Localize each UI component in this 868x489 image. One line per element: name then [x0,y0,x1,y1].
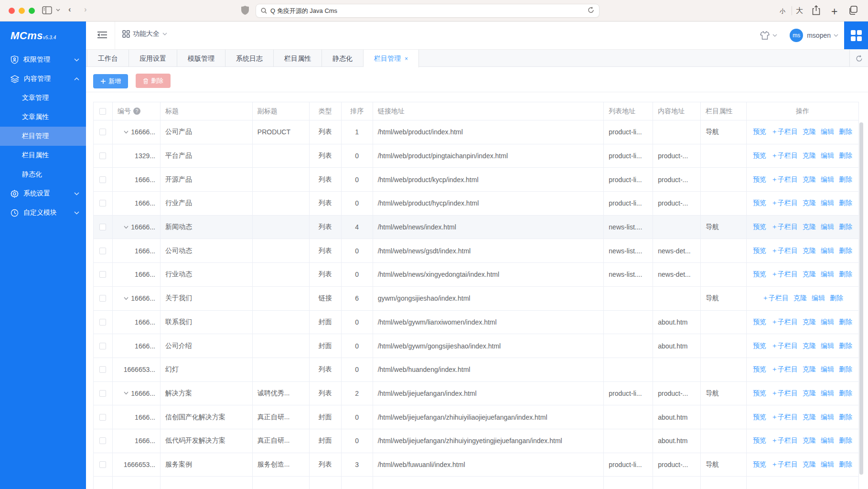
row-checkbox[interactable] [99,437,106,444]
sidebar-toggle-icon[interactable] [42,6,52,14]
tab-系统日志[interactable]: 系统日志 [225,50,274,67]
action-删除[interactable]: 删除 [839,413,852,422]
action-预览[interactable]: 预览 [753,365,766,374]
action-＋子栏目[interactable]: ＋子栏目 [771,128,798,136]
sidebar-item-文章管理[interactable]: 文章管理 [0,88,86,108]
tab-静态化[interactable]: 静态化 [322,50,364,67]
action-删除[interactable]: 删除 [839,199,852,207]
sidebar-group-系统设置[interactable]: 系统设置 [0,184,86,203]
row-checkbox[interactable] [99,224,106,230]
table-scrollbar[interactable] [859,122,863,475]
row-checkbox[interactable] [99,319,106,326]
row-checkbox[interactable] [99,295,106,302]
action-编辑[interactable]: 编辑 [821,389,834,398]
action-编辑[interactable]: 编辑 [821,128,834,136]
action-删除[interactable]: 删除 [839,152,852,160]
user-avatar[interactable]: ms [790,29,803,42]
forward-icon[interactable]: › [84,5,87,14]
action-编辑[interactable]: 编辑 [821,223,834,231]
username[interactable]: msopen [807,32,831,39]
row-checkbox[interactable] [99,176,106,183]
action-编辑[interactable]: 编辑 [821,460,834,469]
theme-icon[interactable] [760,31,770,40]
tab-栏目属性[interactable]: 栏目属性 [274,50,322,67]
action-删除[interactable]: 删除 [839,223,852,231]
action-＋子栏目[interactable]: ＋子栏目 [771,436,798,445]
action-克隆[interactable]: 克隆 [803,413,816,422]
action-克隆[interactable]: 克隆 [803,342,816,350]
action-预览[interactable]: 预览 [753,152,766,160]
action-＋子栏目[interactable]: ＋子栏目 [771,223,798,231]
action-删除[interactable]: 删除 [839,175,852,184]
add-button[interactable]: 新增 [93,74,128,88]
action-＋子栏目[interactable]: ＋子栏目 [771,342,798,350]
new-tab-icon[interactable]: + [831,5,837,18]
action-编辑[interactable]: 编辑 [821,365,834,374]
collapse-menu-icon[interactable] [97,31,107,41]
expand-row-icon[interactable] [124,391,129,395]
action-预览[interactable]: 预览 [753,460,766,469]
action-预览[interactable]: 预览 [753,199,766,207]
action-编辑[interactable]: 编辑 [821,413,834,422]
sidebar-item-栏目属性[interactable]: 栏目属性 [0,146,86,165]
privacy-shield-icon[interactable] [241,6,249,15]
close-icon[interactable]: × [405,55,408,62]
action-克隆[interactable]: 克隆 [793,294,807,303]
row-checkbox[interactable] [99,366,106,373]
row-checkbox[interactable] [99,129,106,135]
action-删除[interactable]: 删除 [839,460,852,469]
expand-row-icon[interactable] [124,226,129,229]
tab-应用设置[interactable]: 应用设置 [129,50,177,67]
action-删除[interactable]: 删除 [839,436,852,445]
all-functions-menu[interactable]: 功能大全 [122,30,167,38]
row-checkbox[interactable] [99,414,106,421]
action-＋子栏目[interactable]: ＋子栏目 [771,152,798,160]
action-克隆[interactable]: 克隆 [803,223,816,231]
action-克隆[interactable]: 克隆 [803,389,816,398]
action-删除[interactable]: 删除 [839,318,852,326]
row-checkbox[interactable] [99,200,106,206]
action-克隆[interactable]: 克隆 [803,365,816,374]
action-编辑[interactable]: 编辑 [821,199,834,207]
minimize-window-button[interactable] [19,8,25,14]
action-删除[interactable]: 删除 [839,389,852,398]
address-bar[interactable]: Q 免疫开源的 Java Cms [256,4,600,18]
action-＋子栏目[interactable]: ＋子栏目 [771,365,798,374]
chevron-down-icon[interactable] [56,9,60,11]
action-克隆[interactable]: 克隆 [803,318,816,326]
action-编辑[interactable]: 编辑 [821,270,834,279]
action-编辑[interactable]: 编辑 [821,318,834,326]
row-checkbox[interactable] [99,271,106,278]
row-checkbox[interactable] [99,390,106,397]
back-icon[interactable]: ‹ [68,5,71,14]
action-预览[interactable]: 预览 [753,389,766,398]
action-编辑[interactable]: 编辑 [821,342,834,350]
text-smaller-button[interactable]: 小 [780,7,785,15]
action-删除[interactable]: 删除 [839,247,852,255]
action-预览[interactable]: 预览 [753,318,766,326]
action-预览[interactable]: 预览 [753,175,766,184]
action-编辑[interactable]: 编辑 [821,247,834,255]
action-预览[interactable]: 预览 [753,342,766,350]
text-larger-button[interactable]: 大 [796,6,803,15]
expand-row-icon[interactable] [124,130,129,134]
action-预览[interactable]: 预览 [753,270,766,279]
sidebar-group-自定义模块[interactable]: 自定义模块 [0,203,86,222]
action-删除[interactable]: 删除 [839,270,852,279]
sidebar-group-权限管理[interactable]: 权限管理 [0,50,86,69]
sidebar-item-文章属性[interactable]: 文章属性 [0,108,86,127]
action-＋子栏目[interactable]: ＋子栏目 [771,175,798,184]
apps-grid-button[interactable] [844,22,868,49]
action-预览[interactable]: 预览 [753,436,766,445]
action-删除[interactable]: 删除 [839,342,852,350]
action-克隆[interactable]: 克隆 [803,436,816,445]
tab-模版管理[interactable]: 模版管理 [177,50,225,67]
select-all-checkbox[interactable] [99,108,106,115]
sidebar-item-静态化[interactable]: 静态化 [0,165,86,184]
action-＋子栏目[interactable]: ＋子栏目 [771,413,798,422]
row-checkbox[interactable] [99,248,106,254]
tab-工作台[interactable]: 工作台 [87,50,129,67]
reload-icon[interactable] [588,7,594,15]
action-克隆[interactable]: 克隆 [803,247,816,255]
refresh-tab-icon[interactable] [849,50,868,67]
